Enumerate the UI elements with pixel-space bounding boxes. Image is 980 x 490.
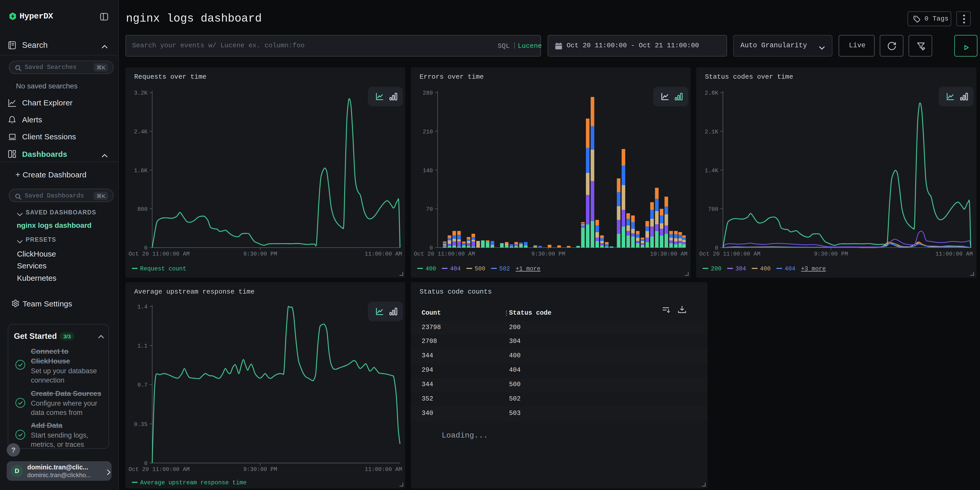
svg-text:280: 280 [423,90,433,96]
svg-text:10:30:00 AM: 10:30:00 AM [650,251,687,257]
svg-text:9:30:00 PM: 9:30:00 PM [814,251,848,257]
svg-text:9:30:00 PM: 9:30:00 PM [531,251,565,257]
svg-text:+1 more: +1 more [516,265,541,272]
svg-text:1.6K: 1.6K [134,167,148,174]
svg-text:Oct 20 11:00:00 AM: Oct 20 11:00:00 AM [129,466,190,473]
svg-text:0: 0 [144,245,148,251]
svg-text:502: 502 [499,265,510,272]
svg-text:700: 700 [708,206,718,212]
svg-text:70: 70 [426,206,433,212]
svg-text:404: 404 [784,265,795,272]
svg-text:Oct 20 11:00:00 AM: Oct 20 11:00:00 AM [129,251,190,257]
svg-text:1.4K: 1.4K [705,167,719,174]
svg-text:3.2K: 3.2K [134,90,148,96]
svg-text:140: 140 [423,167,433,174]
svg-text:11:00:00 AM: 11:00:00 AM [365,466,402,473]
svg-text:400: 400 [425,265,436,272]
svg-text:2.1K: 2.1K [705,129,719,135]
svg-text:Oct 20 11:00:00 AM: Oct 20 11:00:00 AM [414,251,475,257]
svg-text:0.7: 0.7 [137,382,148,388]
svg-text:0: 0 [430,245,433,251]
svg-text:1.4: 1.4 [137,304,148,310]
svg-text:+3 more: +3 more [801,265,826,272]
svg-text:9:30:00 PM: 9:30:00 PM [243,466,277,473]
svg-text:800: 800 [137,206,148,212]
svg-text:11:00:00 AM: 11:00:00 AM [935,251,973,257]
svg-text:200: 200 [711,265,721,272]
svg-text:Oct 20 11:00:00 AM: Oct 20 11:00:00 AM [699,251,760,257]
svg-text:0: 0 [715,245,718,251]
svg-text:404: 404 [450,265,461,272]
svg-text:Request count: Request count [140,265,186,272]
svg-text:11:00:00 AM: 11:00:00 AM [365,251,402,257]
svg-text:0.35: 0.35 [134,422,148,428]
svg-text:9:30:00 PM: 9:30:00 PM [243,251,277,257]
svg-text:210: 210 [423,129,433,135]
svg-text:2.8K: 2.8K [705,90,719,96]
svg-text:0: 0 [144,460,148,467]
svg-text:400: 400 [760,265,770,272]
svg-text:1.1: 1.1 [137,343,148,349]
svg-text:304: 304 [735,265,746,272]
svg-text:500: 500 [474,265,485,272]
svg-text:Average upstream response time: Average upstream response time [140,479,247,486]
svg-text:2.4K: 2.4K [134,129,148,135]
